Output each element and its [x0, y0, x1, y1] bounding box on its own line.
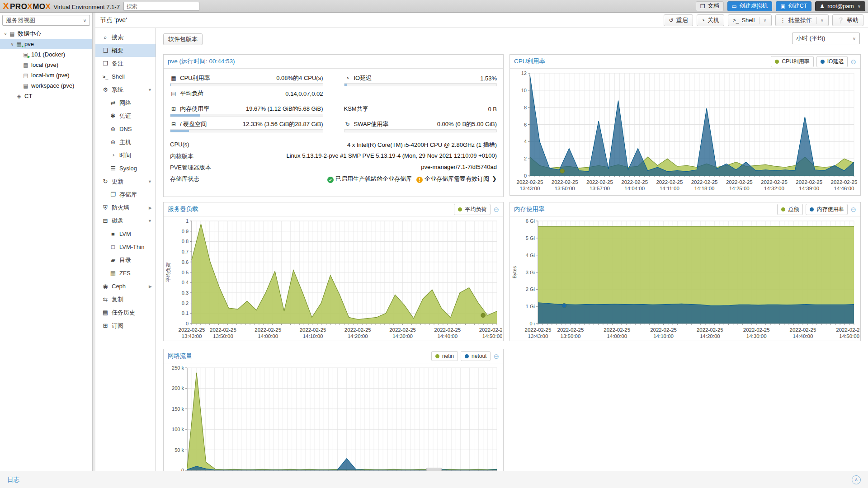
- toolbar-button-批量操作[interactable]: ⋮批量操作∨: [775, 14, 829, 26]
- collapse-panel-icon[interactable]: ⊖: [493, 206, 499, 213]
- tree-item-ct[interactable]: ◈CT: [0, 91, 92, 101]
- tree-item-101-docker-[interactable]: ▣▶101 (Docker): [0, 49, 92, 60]
- nav-item-dns[interactable]: ⊕DNS: [95, 122, 156, 136]
- collapse-panel-icon[interactable]: ⊖: [850, 58, 856, 65]
- legend-toggle-io-[interactable]: IO延迟: [816, 56, 848, 67]
- tree-item-pve[interactable]: ∨▦●pve: [0, 39, 92, 49]
- tree-item-label: local-lvm (pve): [31, 72, 70, 79]
- nav-item--[interactable]: ❏概要: [95, 44, 156, 57]
- virtual-environment-version: Virtual Environment 7.1-7: [53, 4, 119, 10]
- nav-item-label: 任务历史: [112, 309, 135, 317]
- tree-item--[interactable]: ∨▤数据中心: [0, 28, 92, 39]
- button-label: 文档: [708, 2, 719, 10]
- nav-item--[interactable]: ⛨防火墙▶: [95, 201, 156, 214]
- log-label[interactable]: 日志: [7, 476, 19, 484]
- svg-text:平均负荷: 平均负荷: [165, 263, 171, 282]
- tree-item-workspace-pve-[interactable]: ▤workspace (pve): [0, 80, 92, 91]
- stat-swap-: ↻SWAP使用率0.00% (0 B的5.00 GiB): [344, 119, 497, 135]
- tree-item-label: 数据中心: [18, 30, 41, 38]
- log-splitter-handle[interactable]: [426, 468, 442, 471]
- nav-item-lvm-thin[interactable]: □LVM-Thin: [95, 240, 156, 253]
- nav-item--[interactable]: ↻更新▼: [95, 175, 156, 188]
- nav-item--[interactable]: ⌕搜索: [95, 31, 156, 44]
- nav-item--[interactable]: ❐存储库: [95, 188, 156, 201]
- nav-item-label: 订阅: [112, 322, 123, 330]
- svg-text:6 Gi: 6 Gi: [526, 218, 535, 224]
- stat-value: 19.67% (1.12 GiB的5.68 GiB): [246, 105, 323, 113]
- docs-button[interactable]: ❐文档: [696, 1, 724, 11]
- tree-item-local-pve-[interactable]: ▤local (pve): [0, 60, 92, 70]
- expander-icon[interactable]: ∨: [3, 32, 8, 36]
- chevron-up-icon[interactable]: ∧: [852, 475, 861, 484]
- tree-item-local-lvm-pve-[interactable]: ▤local-lvm (pve): [0, 70, 92, 80]
- hdd-icon: ⊟: [170, 121, 177, 127]
- nav-item--[interactable]: ⚙系统▼: [95, 83, 156, 96]
- nav-item-shell[interactable]: >_Shell: [95, 70, 156, 83]
- user-menu-button[interactable]: ♟root@pam∨: [815, 1, 865, 11]
- nav-item--[interactable]: ▤任务历史: [95, 306, 156, 319]
- nav-item--[interactable]: ▰目录: [95, 253, 156, 267]
- nav-item-syslog[interactable]: ☰Syslog: [95, 162, 156, 175]
- nav-item--[interactable]: ❒备注: [95, 57, 156, 70]
- nav-item-ceph[interactable]: ◉Ceph▶: [95, 280, 156, 293]
- nav-item--[interactable]: ✱凭证: [95, 109, 156, 122]
- toolbar-button-帮助[interactable]: ❔帮助: [832, 14, 863, 26]
- grid-icon: ▦: [108, 270, 118, 277]
- toolbar-button-重启[interactable]: ↺重启: [664, 14, 693, 26]
- nav-item--[interactable]: ⇄网络: [95, 96, 156, 109]
- svg-text:2022-02-25: 2022-02-25: [656, 179, 683, 185]
- legend-toggle-netin[interactable]: netin: [431, 351, 458, 361]
- svg-text:2022-02-25: 2022-02-25: [479, 327, 502, 333]
- stat-progress-bar: [170, 129, 323, 132]
- svg-text:50 k: 50 k: [175, 447, 184, 453]
- nav-item--[interactable]: ⊕主机: [95, 136, 156, 149]
- svg-text:2022-02-25: 2022-02-25: [255, 327, 281, 333]
- stat-ksm-: KSM共享0 B: [344, 104, 497, 119]
- load-icon: ▤: [170, 90, 177, 97]
- legend-toggle--[interactable]: 平均负荷: [454, 204, 491, 215]
- svg-text:0.1: 0.1: [182, 310, 189, 316]
- svg-text:2022-02-25: 2022-02-25: [836, 327, 859, 333]
- expander-icon[interactable]: ∨: [9, 42, 15, 47]
- toolbar-button-label: 重启: [676, 16, 688, 24]
- info-row--: 内核版本Linux 5.13.19-2-pve #1 SMP PVE 5.13.…: [170, 150, 497, 162]
- collapse-panel-icon[interactable]: ⊖: [850, 206, 856, 213]
- history-icon: ▤: [101, 309, 110, 316]
- nav-item--[interactable]: ⇆复制: [95, 293, 156, 306]
- view-selector[interactable]: 服务器视图 ∨: [2, 15, 90, 26]
- legend-toggle--[interactable]: 内存使用率: [806, 204, 848, 215]
- stat-cpu-: ▦CPU利用率0.08%的4 CPU(s): [170, 73, 323, 89]
- memory-icon: ⊞: [170, 106, 177, 112]
- package-versions-button[interactable]: 软件包版本: [163, 33, 203, 45]
- toolbar-button-shell[interactable]: >_Shell∨: [728, 14, 772, 26]
- nav-item--[interactable]: ⊟磁盘▼: [95, 214, 156, 227]
- chart-title: 服务器负载: [168, 205, 198, 213]
- nav-item--[interactable]: ⊞订阅: [95, 319, 156, 332]
- create-ct-button[interactable]: ▣创建CT: [776, 1, 811, 11]
- nav-item-lvm[interactable]: ■LVM: [95, 227, 156, 240]
- svg-text:13:43:00: 13:43:00: [520, 186, 540, 191]
- repo-status-value[interactable]: ✔已启用生产就绪的企业存储库!企业存储库需要有效订阅❯: [327, 175, 497, 183]
- legend-toggle-netout[interactable]: netout: [461, 351, 491, 361]
- stat-value: 12.33% (3.56 GiB的28.87 GiB): [243, 120, 323, 128]
- search-input[interactable]: [123, 2, 199, 11]
- nav-item--[interactable]: ◔时间: [95, 149, 156, 162]
- proxmox-logo: X PROXMOX Virtual Environment 7.1-7: [3, 1, 120, 11]
- legend-toggle-cpu-[interactable]: CPU利用率: [771, 56, 813, 67]
- stat-value: 0.00% (0 B的5.00 GiB): [437, 120, 497, 128]
- refresh-icon: ↻: [101, 178, 110, 185]
- timeframe-select[interactable]: 小时 (平均) ∨: [792, 33, 860, 44]
- toolbar-button-关机[interactable]: ◔关机: [697, 14, 724, 26]
- collapse-panel-icon[interactable]: ⊖: [493, 353, 499, 360]
- chevron-down-icon: ▼: [148, 179, 152, 184]
- legend-toggle--[interactable]: 总额: [777, 204, 803, 215]
- info-row-cpu-s-: CPU(s)4 x Intel(R) Core(TM) i5-4200H CPU…: [170, 139, 497, 150]
- nav-item-zfs[interactable]: ▦ZFS: [95, 267, 156, 280]
- node-icon: ▦●: [15, 41, 23, 47]
- stat--: ⊞内存使用率19.67% (1.12 GiB的5.68 GiB): [170, 104, 323, 119]
- create-vm-button[interactable]: ▭创建虚拟机: [727, 1, 773, 11]
- svg-text:2022-02-25: 2022-02-25: [726, 179, 753, 185]
- svg-text:1 Gi: 1 Gi: [526, 304, 535, 309]
- stat-progress-bar: [170, 114, 323, 117]
- nav-item-label: DNS: [119, 126, 132, 132]
